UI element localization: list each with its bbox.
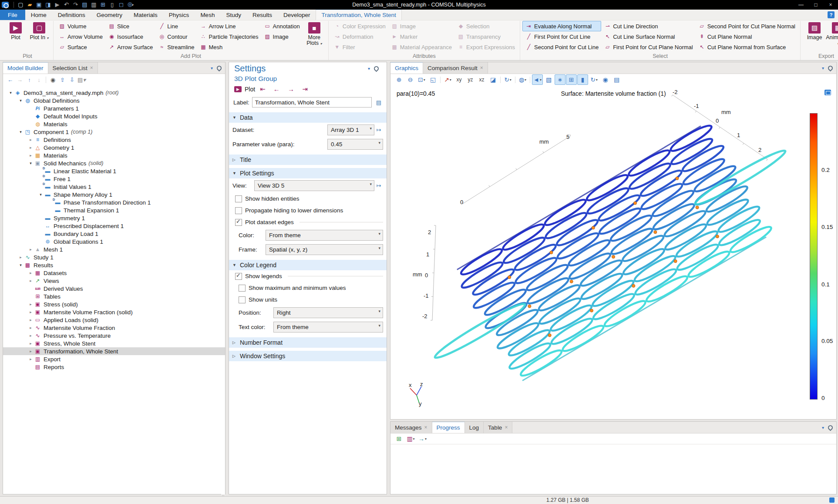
tree-item-demo3-sma-stent-ready-mph[interactable]: ▾◈Demo3_sma_stent_ready.mph(root) bbox=[3, 89, 225, 97]
ribbon-tab-home[interactable]: Home bbox=[25, 10, 52, 20]
ribbon-button-first-point-for-cut-line[interactable]: ╱First Point for Cut Line bbox=[522, 31, 601, 42]
expand-arrow-icon[interactable]: ▸ bbox=[27, 138, 34, 142]
ribbon-tab-file[interactable]: File bbox=[0, 10, 25, 20]
plot-dataset-edges-checkbox[interactable] bbox=[235, 219, 242, 226]
parameter-value-select[interactable]: 0.45 bbox=[327, 139, 383, 150]
tree-item-stress-whole-stent[interactable]: ▸▣Stress, Whole Stent bbox=[3, 339, 225, 347]
print-icon[interactable]: ▤ bbox=[611, 74, 622, 85]
tree-item-global-equations-1[interactable]: ⊚Global Equations 1 bbox=[3, 238, 225, 245]
snapshot-icon[interactable]: ◉ bbox=[600, 74, 611, 85]
chevron-down-icon[interactable]: ▾ bbox=[368, 66, 370, 71]
tree-item-results[interactable]: ▾▩Results bbox=[3, 261, 225, 269]
ribbon-button-image[interactable]: ▨Image bbox=[388, 21, 454, 31]
expand-all-icon[interactable]: ⇧ bbox=[58, 77, 67, 83]
tab-comparison-result[interactable]: Comparison Result× bbox=[423, 62, 488, 74]
go-to-default-view-icon[interactable]: ↗▾ bbox=[442, 74, 453, 85]
expand-arrow-icon[interactable]: ▸ bbox=[27, 357, 34, 361]
close-icon[interactable]: × bbox=[480, 65, 483, 71]
tree-item-martensite-volume-fraction-solid[interactable]: ▸▣Martensite Volume Fraction (solid) bbox=[3, 308, 225, 316]
ribbon-button-arrow-line[interactable]: →Arrow Line bbox=[197, 21, 261, 31]
label-input[interactable]: Transformation, Whole Stent bbox=[252, 97, 372, 108]
tree-item-definitions[interactable]: ▸≡Definitions bbox=[3, 136, 225, 144]
tree-item-tables[interactable]: ⊞Tables bbox=[3, 292, 225, 300]
tree-item-materials[interactable]: ◍Materials bbox=[3, 120, 225, 128]
zoom-box-icon[interactable]: ⊡▾ bbox=[416, 74, 427, 85]
ribbon-tab-results[interactable]: Results bbox=[247, 10, 278, 20]
tree-item-applied-loads-solid[interactable]: ▸▭Applied Loads (solid) bbox=[3, 316, 225, 324]
tree-item-parameters-1[interactable]: PiParameters 1 bbox=[3, 104, 225, 112]
tree-item-reports[interactable]: ▤Reports bbox=[3, 363, 225, 371]
view-xz-icon[interactable]: xz bbox=[476, 74, 487, 85]
ribbon-button-transparency[interactable]: ▧Transparency bbox=[454, 31, 518, 42]
forward-icon[interactable]: → bbox=[16, 77, 24, 83]
section-window-settings[interactable]: ▷ Window Settings bbox=[229, 351, 387, 361]
environment-icon[interactable]: ◍▾ bbox=[517, 74, 528, 85]
zoom-out-icon[interactable]: ⊖ bbox=[405, 74, 416, 85]
ribbon-button-image[interactable]: ▨Image bbox=[261, 31, 303, 42]
collapse-arrow-icon[interactable]: ▾ bbox=[27, 161, 34, 165]
redo-icon[interactable]: ↷ bbox=[71, 0, 80, 10]
tree-item-shape-memory-alloy-1[interactable]: ▾▬Shape Memory Alloy 1 bbox=[3, 191, 225, 198]
rename-icon[interactable]: ▤ bbox=[374, 98, 383, 107]
tree-item-martensite-volume-fraction[interactable]: ▸∿Martensite Volume Fraction bbox=[3, 324, 225, 332]
scene-camera-icon[interactable]: ◪ bbox=[488, 74, 498, 85]
plot-window-icon[interactable] bbox=[825, 90, 831, 95]
back-icon[interactable]: ← bbox=[6, 77, 14, 83]
tree-item-default-model-inputs[interactable]: ◆Default Model Inputs bbox=[3, 112, 225, 120]
undo-icon[interactable]: ↶ bbox=[62, 0, 71, 10]
ribbon-button-first-point-for-cut-plane-normal[interactable]: ▱First Point for Cut Plane Normal bbox=[601, 42, 696, 52]
pin-icon[interactable] bbox=[827, 64, 834, 71]
ribbon-button-filter[interactable]: ▼Filter bbox=[331, 42, 388, 52]
tree-item-component-1[interactable]: ▾◳Component 1(comp 1) bbox=[3, 128, 225, 136]
pin-icon[interactable] bbox=[373, 65, 380, 72]
show-legends-checkbox[interactable] bbox=[235, 273, 242, 280]
ribbon-tab-physics[interactable]: Physics bbox=[163, 10, 195, 20]
ribbon-tab-mesh[interactable]: Mesh bbox=[195, 10, 220, 20]
plot-navigation-arrows[interactable]: ⇤ ← → ⇥ bbox=[260, 85, 311, 93]
ribbon-button-cut-line-surface-normal[interactable]: ↖Cut Line Surface Normal bbox=[601, 31, 696, 42]
view-select[interactable]: View 3D 5 bbox=[254, 180, 374, 191]
section-color-legend[interactable]: ▼ Color Legend bbox=[229, 260, 387, 270]
new-file-icon[interactable]: ▢ bbox=[16, 0, 25, 10]
ribbon-button-streamline[interactable]: ≈Streamline bbox=[155, 42, 197, 52]
ribbon-tab-developer[interactable]: Developer bbox=[278, 10, 316, 20]
collapse-arrow-icon[interactable]: ▾ bbox=[17, 98, 24, 103]
tree-item-solid-mechanics[interactable]: ▾▣Solid Mechanics(solid) bbox=[3, 159, 225, 167]
tree-item-boundary-load-1[interactable]: ▬Boundary Load 1 bbox=[3, 230, 225, 238]
save-as-icon[interactable]: ◨ bbox=[44, 0, 53, 10]
expand-arrow-icon[interactable]: ▸ bbox=[27, 349, 34, 353]
zoom-in-icon[interactable]: ⊕ bbox=[394, 74, 404, 85]
tree-item-thermal-expansion-1[interactable]: ▬Thermal Expansion 1 bbox=[3, 206, 225, 214]
tree-item-phase-transformation-direction-1[interactable]: D▬Phase Transformation Direction 1 bbox=[3, 198, 225, 206]
tab-graphics[interactable]: Graphics bbox=[390, 62, 423, 74]
plot-button[interactable]: Plot bbox=[245, 86, 255, 93]
ribbon-button-annotation[interactable]: ▭Annotation bbox=[261, 21, 303, 31]
continue-icon[interactable]: →▾ bbox=[417, 433, 428, 444]
expand-arrow-icon[interactable]: ▸ bbox=[27, 318, 34, 322]
plot-in-button[interactable]: ▢Plot In ▾ bbox=[27, 21, 51, 53]
tree-item-stress-solid[interactable]: ▸▣Stress (solid) bbox=[3, 300, 225, 308]
expand-arrow-icon[interactable]: ▸ bbox=[27, 279, 34, 283]
collapse-arrow-icon[interactable]: ▾ bbox=[7, 91, 14, 95]
close-button[interactable]: × bbox=[823, 0, 838, 10]
ribbon-tab-materials[interactable]: Materials bbox=[128, 10, 163, 20]
move-up-icon[interactable]: ↑ bbox=[25, 77, 34, 83]
ribbon-button-contour[interactable]: ◎Contour bbox=[155, 31, 197, 42]
ribbon-button-mesh[interactable]: ▦Mesh bbox=[197, 42, 261, 52]
minimize-button[interactable]: — bbox=[794, 0, 808, 10]
ribbon-tab-geometry[interactable]: Geometry bbox=[91, 10, 128, 20]
delete-icon[interactable]: ▯ bbox=[108, 0, 117, 10]
status-icon[interactable] bbox=[829, 497, 835, 503]
dataset-select[interactable]: Array 3D 1 bbox=[327, 124, 374, 135]
ribbon-button-slice[interactable]: ▤Slice bbox=[105, 21, 155, 31]
maximize-button[interactable]: □ bbox=[808, 0, 823, 10]
select-box-icon[interactable]: ◻ bbox=[117, 0, 126, 10]
orientation-indicator-icon[interactable]: ∗ bbox=[555, 74, 565, 85]
show-icon[interactable]: ◉ bbox=[49, 77, 57, 83]
ribbon-button-second-point-for-cut-plane-normal[interactable]: ▱Second Point for Cut Plane Normal bbox=[696, 21, 798, 31]
expand-arrow-icon[interactable]: ▸ bbox=[27, 310, 34, 314]
propagate-hiding-checkbox[interactable] bbox=[235, 207, 242, 214]
tree-item-linear-elastic-material-1[interactable]: D▬Linear Elastic Material 1 bbox=[3, 167, 225, 175]
chevron-down-icon[interactable]: ▾ bbox=[822, 66, 824, 71]
go-to-source-icon[interactable]: ↦ bbox=[374, 181, 383, 190]
